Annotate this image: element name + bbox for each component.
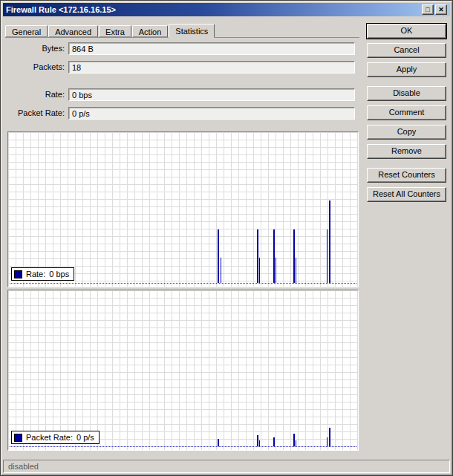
packets-row: Packets: 18 xyxy=(1,61,359,74)
packet-rate-series-swatch-icon xyxy=(14,434,22,442)
maximize-button[interactable]: □ xyxy=(422,4,434,15)
chart-spike xyxy=(293,229,295,283)
close-icon: ✕ xyxy=(438,7,444,13)
disable-button[interactable]: Disable xyxy=(367,86,446,101)
chart-spike xyxy=(257,229,258,283)
rate-series-swatch-icon xyxy=(14,270,22,278)
rate-row: Rate: 0 bps xyxy=(1,88,359,102)
chart-spike xyxy=(329,200,330,283)
chart-spike xyxy=(327,437,327,446)
packet-rate-chart-series xyxy=(9,292,357,446)
chart-baseline xyxy=(10,446,356,447)
status-text: disabled xyxy=(8,462,39,471)
chart-spike xyxy=(276,258,276,283)
reset-all-counters-button[interactable]: Reset All Counters xyxy=(367,187,446,202)
rate-legend-value: 0 bps xyxy=(49,270,69,278)
chart-spike xyxy=(273,229,275,283)
bytes-field[interactable]: 864 B xyxy=(68,42,355,55)
maximize-icon: □ xyxy=(426,7,429,13)
rate-chart-legend: Rate: 0 bps xyxy=(11,267,74,281)
packet-rate-legend-value: 0 p/s xyxy=(76,433,94,442)
copy-button[interactable]: Copy xyxy=(367,125,446,140)
rate-label: Rate: xyxy=(1,90,65,99)
bytes-label: Bytes: xyxy=(1,44,65,53)
remove-button[interactable]: Remove xyxy=(367,144,446,159)
packet-rate-field[interactable]: 0 p/s xyxy=(68,107,355,120)
chart-spike xyxy=(257,435,258,446)
cancel-button[interactable]: Cancel xyxy=(367,43,446,58)
tab-general[interactable]: General xyxy=(5,25,48,37)
tab-strip: General Advanced Extra Action Statistics xyxy=(5,24,359,38)
tab-extra[interactable]: Extra xyxy=(99,25,131,37)
chart-spike xyxy=(296,258,296,283)
chart-spike xyxy=(273,437,275,446)
chart-spike xyxy=(329,428,330,446)
packet-rate-row: Packet Rate: 0 p/s xyxy=(1,107,359,120)
window-title: Firewall Rule <172.16.16.15> xyxy=(6,5,420,14)
comment-button[interactable]: Comment xyxy=(367,105,446,120)
bytes-row: Bytes: 864 B xyxy=(1,42,359,56)
packets-field[interactable]: 18 xyxy=(68,61,355,74)
chart-spike xyxy=(327,229,327,283)
rate-field[interactable]: 0 bps xyxy=(68,88,355,101)
chart-spike xyxy=(218,229,219,283)
chart-baseline xyxy=(10,283,356,284)
chart-spike xyxy=(296,440,296,446)
tab-advanced[interactable]: Advanced xyxy=(48,25,98,37)
packet-rate-chart: Packet Rate: 0 p/s xyxy=(7,290,359,451)
chart-spike xyxy=(218,439,219,446)
packet-rate-chart-legend: Packet Rate: 0 p/s xyxy=(11,431,100,444)
rate-chart: Rate: 0 bps xyxy=(7,131,359,287)
tab-action[interactable]: Action xyxy=(132,25,169,37)
titlebar[interactable]: Firewall Rule <172.16.16.15> □ ✕ xyxy=(3,3,450,16)
packet-rate-label: Packet Rate: xyxy=(1,108,65,117)
tab-statistics[interactable]: Statistics xyxy=(169,24,215,38)
packets-label: Packets: xyxy=(1,62,65,71)
apply-button[interactable]: Apply xyxy=(367,62,446,77)
chart-spike xyxy=(221,258,221,283)
chart-spike xyxy=(259,258,260,283)
close-button[interactable]: ✕ xyxy=(435,4,447,15)
rate-chart-series xyxy=(9,134,357,283)
rate-legend-label: Rate: xyxy=(26,270,45,278)
chart-spike xyxy=(259,440,260,446)
firewall-rule-dialog: Firewall Rule <172.16.16.15> □ ✕ General… xyxy=(0,0,453,476)
packet-rate-legend-label: Packet Rate: xyxy=(26,433,73,442)
ok-button[interactable]: OK xyxy=(367,24,446,39)
chart-spike xyxy=(293,434,295,446)
status-bar: disabled xyxy=(3,460,450,473)
reset-counters-button[interactable]: Reset Counters xyxy=(367,168,446,183)
